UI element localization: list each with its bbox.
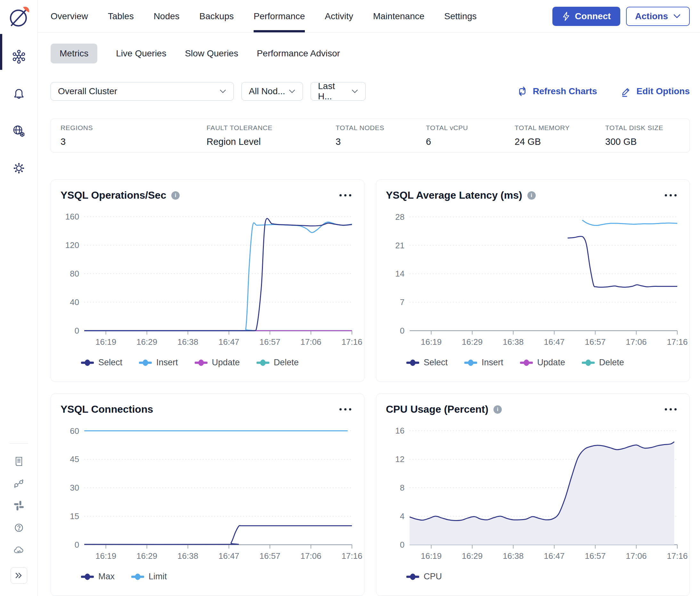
legend-item-update[interactable]: Update — [195, 357, 240, 368]
main-content: Overview Tables Nodes Backups Performanc… — [38, 0, 700, 596]
legend-item-delete[interactable]: Delete — [582, 357, 624, 368]
tab-maintenance[interactable]: Maintenance — [373, 0, 424, 32]
legend-item-select[interactable]: Select — [406, 357, 448, 368]
svg-text:0: 0 — [75, 326, 79, 336]
integrations-plug-icon[interactable] — [11, 476, 26, 491]
svg-text:16:19: 16:19 — [421, 551, 442, 561]
tab-nodes[interactable]: Nodes — [154, 0, 180, 32]
chevron-down-icon — [219, 89, 226, 94]
chart-legend: CPU — [406, 572, 680, 581]
chart-menu-button[interactable] — [336, 405, 355, 414]
ysql-operations-chart: 0408012016016:1916:2916:3816:4716:5717:0… — [60, 205, 355, 350]
chart-menu-button[interactable] — [662, 405, 680, 414]
legend-item-select[interactable]: Select — [81, 357, 122, 368]
svg-text:16:29: 16:29 — [136, 551, 157, 561]
svg-text:17:16: 17:16 — [667, 551, 688, 561]
chart-title: YSQL Connections — [60, 403, 153, 415]
svg-text:80: 80 — [70, 269, 79, 278]
legend-item-update[interactable]: Update — [520, 357, 565, 368]
chart-menu-button[interactable] — [662, 191, 680, 200]
svg-text:16:19: 16:19 — [421, 337, 442, 347]
svg-text:16:38: 16:38 — [503, 551, 523, 561]
info-icon[interactable]: i — [527, 191, 536, 200]
tab-activity[interactable]: Activity — [325, 0, 353, 32]
tab-tables[interactable]: Tables — [108, 0, 134, 32]
chart-legend: SelectInsertUpdateDelete — [406, 357, 680, 368]
edit-options-button[interactable]: Edit Options — [620, 85, 690, 97]
svg-text:120: 120 — [65, 240, 79, 250]
settings-gear-icon[interactable] — [11, 161, 26, 176]
svg-text:28: 28 — [395, 212, 405, 222]
cloud-status-icon[interactable] — [11, 543, 26, 557]
svg-text:16:47: 16:47 — [218, 551, 239, 561]
chart-menu-button[interactable] — [336, 191, 355, 200]
svg-text:16:19: 16:19 — [96, 337, 116, 347]
subtab-metrics[interactable]: Metrics — [51, 44, 97, 64]
ysql-latency-chart: 0714212816:1916:2916:3816:4716:5717:0617… — [386, 205, 680, 350]
network-globe-icon[interactable] — [11, 124, 26, 139]
svg-text:16:19: 16:19 — [96, 551, 116, 561]
stat-total-vcpu: TOTAL vCPU6 — [426, 124, 515, 147]
info-icon[interactable]: i — [493, 405, 502, 414]
tab-backups[interactable]: Backups — [200, 0, 234, 32]
tab-settings[interactable]: Settings — [444, 0, 476, 32]
legend-item-limit[interactable]: Limit — [131, 572, 167, 581]
tab-overview[interactable]: Overview — [51, 0, 88, 32]
legend-item-cpu[interactable]: CPU — [406, 572, 442, 581]
yugabyte-logo[interactable] — [6, 4, 31, 31]
docs-icon[interactable] — [11, 454, 26, 469]
sidebar-expand-button[interactable] — [10, 567, 27, 584]
legend-marker-icon — [464, 359, 477, 366]
top-navigation: Overview Tables Nodes Backups Performanc… — [38, 0, 700, 33]
help-icon[interactable] — [11, 520, 26, 535]
filter-row: Overall Cluster All Nod... Last H... — [51, 82, 690, 101]
time-range-select[interactable]: Last H... — [311, 82, 366, 101]
sidebar-divider — [9, 443, 28, 444]
svg-text:60: 60 — [70, 426, 79, 436]
chevron-down-icon — [288, 89, 295, 94]
legend-marker-icon — [520, 359, 533, 366]
chart-legend: SelectInsertUpdateDelete — [81, 357, 355, 368]
subtab-slow-queries[interactable]: Slow Queries — [185, 44, 238, 64]
legend-marker-icon — [81, 573, 94, 580]
subtab-live-queries[interactable]: Live Queries — [116, 44, 166, 64]
clusters-icon[interactable] — [11, 49, 26, 64]
info-icon[interactable]: i — [171, 191, 180, 200]
svg-text:17:16: 17:16 — [341, 337, 362, 347]
svg-text:160: 160 — [65, 212, 79, 221]
alerts-bell-icon[interactable] — [11, 86, 26, 101]
charts-grid: YSQL Operations/Seci 0408012016016:1916:… — [51, 179, 690, 596]
svg-text:16:47: 16:47 — [544, 337, 565, 347]
chart-title: CPU Usage (Percent) — [386, 403, 488, 415]
svg-text:16:57: 16:57 — [259, 551, 280, 561]
svg-text:16:47: 16:47 — [218, 337, 239, 347]
svg-text:16:57: 16:57 — [585, 551, 605, 561]
performance-subtabs: Metrics Live Queries Slow Queries Perfor… — [51, 44, 690, 64]
legend-item-max[interactable]: Max — [81, 572, 114, 581]
svg-text:8: 8 — [400, 483, 405, 493]
cpu-usage-chart: 048121616:1916:2916:3816:4716:5717:0617:… — [386, 419, 680, 564]
chart-card-ysql-latency: YSQL Average Latency (ms)i 0714212816:19… — [376, 179, 690, 382]
legend-item-delete[interactable]: Delete — [257, 357, 299, 368]
connect-button[interactable]: Connect — [552, 7, 620, 26]
chart-card-ysql-operations: YSQL Operations/Seci 0408012016016:1916:… — [51, 179, 364, 382]
cluster-select[interactable]: Overall Cluster — [51, 82, 234, 101]
svg-text:16: 16 — [395, 426, 405, 436]
actions-button[interactable]: Actions — [626, 7, 690, 26]
legend-marker-icon — [81, 359, 94, 366]
svg-text:17:06: 17:06 — [301, 337, 321, 347]
chart-card-ysql-connections: YSQL Connectionsi 01530456016:1916:2916:… — [51, 394, 364, 596]
subtab-performance-advisor[interactable]: Performance Advisor — [257, 44, 340, 64]
legend-marker-icon — [131, 573, 144, 580]
nodes-select[interactable]: All Nod... — [241, 82, 303, 101]
stat-fault-tolerance: FAULT TOLERANCERegion Level — [207, 124, 336, 147]
refresh-charts-button[interactable]: Refresh Charts — [517, 85, 597, 97]
ysql-connections-chart: 01530456016:1916:2916:3816:4716:5717:061… — [60, 419, 355, 564]
legend-item-insert[interactable]: Insert — [464, 357, 503, 368]
tab-performance[interactable]: Performance — [254, 0, 305, 32]
legend-item-insert[interactable]: Insert — [139, 357, 178, 368]
svg-text:40: 40 — [70, 297, 79, 307]
legend-marker-icon — [257, 359, 269, 366]
slack-icon[interactable] — [11, 498, 26, 513]
legend-marker-icon — [406, 359, 419, 366]
